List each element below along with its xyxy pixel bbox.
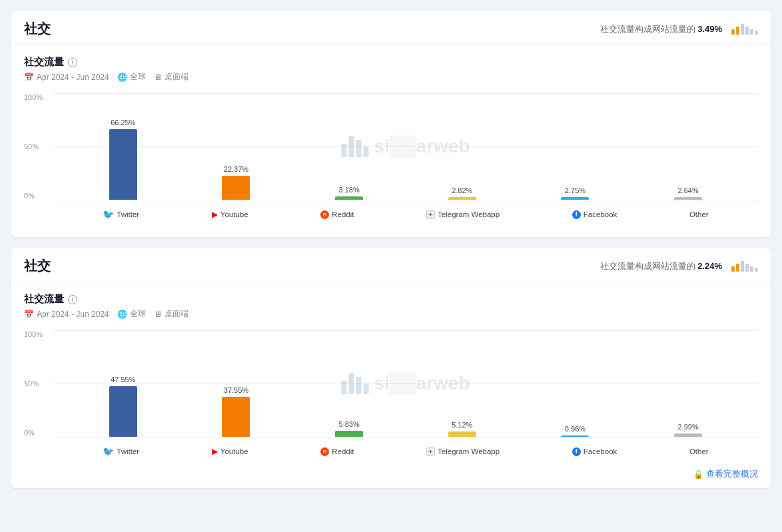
desktop-icon-2: 🖥 [154,310,162,319]
section-card-2: 社交 社交流量构成网站流量的 2.24% 社交流量 i [11,248,771,488]
bar-youtube-2 [222,397,250,437]
meta-region-1: 🌐 全球 [117,71,146,83]
section-spacer-1 [11,226,771,237]
chart-plot-1: si██arweb 66.25% 22.37% [53,93,758,200]
section-title-1: 社交 [24,20,51,38]
bar-group-reddit-1: 3.18% [335,186,363,200]
chart-area-1: 0% 50% 100% [11,83,771,226]
youtube-icon-2: ▶ [212,447,218,456]
chart-label-reddit-1: R Reddit [320,202,354,226]
page-wrapper: 社交 社交流量构成网站流量的 3.49% 社交流量 i [0,0,782,532]
globe-icon-1: 🌐 [117,73,127,82]
bar-pct-telegram-1: 2.82% [452,186,472,194]
traffic-bars-icon-2 [731,261,758,272]
chart-label-reddit-2: R Reddit [320,439,354,463]
chart-label-twitter-1: 🐦 Twitter [103,202,139,226]
traffic-bars-icon-1 [731,24,758,35]
gridline-0-2 [53,437,758,437]
chart-labels-row-1: 🐦 Twitter ▶ Youtube R Reddit ✈ Telegram … [53,202,758,226]
bar-telegram-1 [448,197,476,200]
view-full-link[interactable]: 🔓 查看完整概况 [693,469,758,480]
y-label-100-1: 100% [24,93,51,101]
bar-facebook-1 [561,197,589,200]
subsection-meta-2: 📅 Apr 2024 - Jun 2024 🌐 全球 🖥 桌面端 [24,308,758,320]
chart-container-1: 0% 50% 100% [24,93,758,226]
chart-area-2: 0% 50% 100% [11,320,771,463]
section-stat-text-2: 社交流量构成网站流量的 2.24% [600,260,723,272]
bar-group-twitter-1: 66.25% [109,119,137,200]
bar-twitter-2 [109,386,137,437]
meta-date-1: 📅 Apr 2024 - Jun 2024 [24,73,109,82]
facebook-icon-1: f [572,210,581,219]
bar-pct-other-2: 2.99% [678,423,699,431]
bar-reddit-1 [335,196,363,200]
bar-pct-youtube-2: 37.55% [224,386,248,394]
bar-other-2 [674,433,702,437]
chart-label-other-1: Other [689,202,709,226]
bar-pct-reddit-1: 3.18% [339,186,360,194]
y-label-100-2: 100% [24,330,51,338]
lock-icon: 🔓 [693,470,703,479]
bar-group-twitter-2: 47.55% [109,376,137,437]
y-label-0-2: 0% [24,429,51,437]
bar-pct-facebook-1: 2.75% [565,186,586,194]
section-stat-area-1: 社交流量构成网站流量的 3.49% [600,23,759,35]
youtube-icon-1: ▶ [212,210,218,219]
bar-twitter-1 [109,129,137,200]
subsection-2: 社交流量 i 📅 Apr 2024 - Jun 2024 🌐 全球 🖥 桌面端 [11,282,771,320]
calendar-icon-2: 📅 [24,310,34,319]
meta-device-1: 🖥 桌面端 [154,71,189,83]
bar-group-facebook-1: 2.75% [561,186,589,200]
section-title-2: 社交 [24,257,51,275]
chart-label-telegram-1: ✈ Telegram Webapp [426,202,500,226]
chart-plot-2: si██arweb 47.55% 37.55% [53,330,758,437]
bar-pct-reddit-2: 5.83% [339,420,360,428]
meta-device-2: 🖥 桌面端 [154,308,189,320]
y-label-50-1: 50% [24,142,51,150]
twitter-icon-2: 🐦 [103,446,114,457]
chart-label-twitter-2: 🐦 Twitter [103,439,139,463]
bar-other-1 [674,197,702,200]
section-header-2: 社交 社交流量构成网站流量的 2.24% [11,248,771,282]
calendar-icon-1: 📅 [24,73,34,82]
y-label-50-2: 50% [24,380,51,388]
bar-group-facebook-2: 0.96% [561,425,589,437]
facebook-icon-2: f [572,447,581,456]
bar-group-other-2: 2.99% [674,423,702,437]
telegram-icon-1: ✈ [426,210,435,219]
reddit-icon-2: R [320,447,329,456]
bar-telegram-2 [448,431,476,437]
chart-label-facebook-1: f Facebook [572,202,617,226]
gridline-0-1 [53,200,758,200]
info-icon-2[interactable]: i [68,295,77,304]
desktop-icon-1: 🖥 [154,73,162,82]
section-stat-area-2: 社交流量构成网站流量的 2.24% [600,260,759,272]
subsection-title-1: 社交流量 i [24,56,758,69]
bars-row-2: 47.55% 37.55% 5.83% [53,330,758,437]
bar-youtube-1 [222,176,250,200]
section-footer: 🔓 查看完整概况 [11,463,771,488]
chart-y-labels-1: 0% 50% 100% [24,93,51,200]
section-card-1: 社交 社交流量构成网站流量的 3.49% 社交流量 i [11,11,771,237]
reddit-icon-1: R [320,210,329,219]
subsection-1: 社交流量 i 📅 Apr 2024 - Jun 2024 🌐 全球 🖥 桌面端 [11,45,771,83]
meta-date-2: 📅 Apr 2024 - Jun 2024 [24,310,109,319]
bar-pct-youtube-1: 22.37% [224,165,248,173]
bar-group-telegram-1: 2.82% [448,186,476,200]
bar-group-youtube-1: 22.37% [222,165,250,200]
chart-label-other-2: Other [689,439,709,463]
y-label-0-1: 0% [24,192,51,200]
chart-label-telegram-2: ✈ Telegram Webapp [426,439,500,463]
bar-pct-twitter-2: 47.55% [111,376,135,384]
meta-region-2: 🌐 全球 [117,308,146,320]
chart-container-2: 0% 50% 100% [24,330,758,463]
bar-pct-telegram-2: 5.12% [452,421,472,429]
info-icon-1[interactable]: i [68,58,77,67]
telegram-icon-2: ✈ [426,447,435,456]
chart-y-labels-2: 0% 50% 100% [24,330,51,437]
bar-group-reddit-2: 5.83% [335,420,363,437]
globe-icon-2: 🌐 [117,310,127,319]
bar-group-youtube-2: 37.55% [222,386,250,437]
section-header-1: 社交 社交流量构成网站流量的 3.49% [11,11,771,45]
section-stat-text-1: 社交流量构成网站流量的 3.49% [600,23,723,35]
